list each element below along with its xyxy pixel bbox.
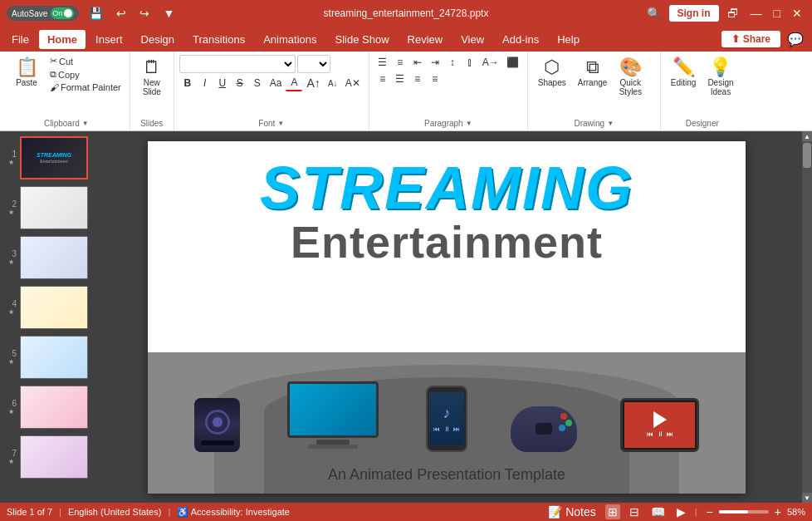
menu-addins[interactable]: Add-ins <box>494 30 547 49</box>
menu-view[interactable]: View <box>452 30 492 49</box>
status-sep3: | <box>695 507 697 517</box>
slide-item-1[interactable]: 1 ★ STREAMING Entertainment <box>3 135 88 181</box>
smartart-button[interactable]: ⬛ <box>503 55 522 70</box>
designer-group: ✏️ Editing 💡 Design Ideas Designer <box>661 52 744 130</box>
font-expand-icon[interactable]: ▼ <box>277 120 284 127</box>
status-sep1: | <box>59 507 61 517</box>
new-slide-button[interactable]: 🗒 New Slide <box>135 55 169 100</box>
menu-transitions[interactable]: Transitions <box>184 30 253 49</box>
slide-sorter-button[interactable]: ⊟ <box>627 504 642 519</box>
bullet-list-button[interactable]: ☰ <box>374 55 391 70</box>
menu-file[interactable]: File <box>3 30 37 49</box>
search-button[interactable]: 🔍 <box>643 5 664 22</box>
slide-star-2: ★ <box>8 209 17 216</box>
format-painter-button[interactable]: 🖌 Format Painter <box>46 81 125 93</box>
align-right-button[interactable]: ≡ <box>409 71 426 86</box>
phone-play-icon: ⏸ <box>443 425 450 433</box>
save-button[interactable]: 💾 <box>86 5 106 22</box>
notes-button[interactable]: 📝 Notes <box>545 504 598 519</box>
quick-styles-button[interactable]: 🎨 Quick Styles <box>614 55 647 100</box>
scrollbar-thumb[interactable] <box>803 143 811 168</box>
drawing-content: ⬡ Shapes ⧉ Arrange 🎨 Quick Styles <box>533 55 655 117</box>
paragraph-content: ☰ ≡ ⇤ ⇥ ↕ ⫿ A→ ⬛ ≡ ☰ ≡ ≡ <box>374 55 522 117</box>
change-case-button[interactable]: Aa <box>267 75 286 91</box>
text-shadow-button[interactable]: S <box>249 75 266 91</box>
reading-view-button[interactable]: 📖 <box>648 504 668 519</box>
menu-design[interactable]: Design <box>133 30 183 49</box>
maximize-button[interactable]: □ <box>770 5 784 22</box>
restore-button[interactable]: 🗗 <box>724 5 742 22</box>
underline-button[interactable]: U <box>214 75 231 91</box>
slides-group: 🗒 New Slide Slides <box>130 52 174 130</box>
slide-thumb-7 <box>20 435 88 479</box>
menu-review[interactable]: Review <box>399 30 452 49</box>
menu-insert[interactable]: Insert <box>87 30 131 49</box>
close-button[interactable]: ✕ <box>789 5 805 22</box>
font-color-button[interactable]: A <box>286 75 302 91</box>
menu-animations[interactable]: Animations <box>255 30 325 49</box>
zoom-slider[interactable] <box>719 510 769 514</box>
clipboard-expand-icon[interactable]: ▼ <box>82 120 89 127</box>
numbered-list-button[interactable]: ≡ <box>392 55 408 70</box>
slide-item-7[interactable]: 7 ★ <box>3 434 88 480</box>
paragraph-expand-icon[interactable]: ▼ <box>466 120 472 127</box>
drawing-expand-icon[interactable]: ▼ <box>607 120 614 127</box>
clear-format-button[interactable]: A✕ <box>342 75 364 91</box>
align-center-button[interactable]: ☰ <box>392 71 408 86</box>
autosave-badge[interactable]: AutoSave On <box>7 6 79 21</box>
line-spacing-button[interactable]: ↕ <box>444 55 461 70</box>
format-painter-label: Format Painter <box>61 82 121 92</box>
autosave-toggle[interactable]: On <box>51 7 74 19</box>
text-direction-button[interactable]: A→ <box>479 55 502 70</box>
decrease-font-button[interactable]: A↓ <box>325 75 341 91</box>
slide-item-6[interactable]: 6 ★ <box>3 384 88 430</box>
justify-button[interactable]: ≡ <box>427 71 443 86</box>
slide-item-3[interactable]: 3 ★ <box>3 234 88 281</box>
italic-button[interactable]: I <box>197 75 213 91</box>
strikethrough-button[interactable]: S <box>232 75 248 91</box>
signin-button[interactable]: Sign in <box>669 5 719 22</box>
tablet-screen: ⏮ ⏸ ⏭ <box>624 402 695 448</box>
copy-button[interactable]: ⧉ Copy <box>46 68 125 81</box>
scroll-down-arrow[interactable]: ▼ <box>802 493 812 503</box>
normal-view-button[interactable]: ⊞ <box>605 504 620 519</box>
slideshow-button[interactable]: ▶ <box>674 504 688 519</box>
increase-font-button[interactable]: A↑ <box>303 75 323 91</box>
zoom-out-button[interactable]: − <box>704 504 716 519</box>
columns-button[interactable]: ⫿ <box>462 55 478 70</box>
tablet-ctrl-1: ⏮ <box>647 430 653 438</box>
customize-button[interactable]: ▼ <box>159 5 178 22</box>
undo-button[interactable]: ↩ <box>113 5 130 22</box>
redo-button[interactable]: ↪ <box>136 5 153 22</box>
align-left-button[interactable]: ≡ <box>374 71 391 86</box>
menu-slideshow[interactable]: Slide Show <box>326 30 397 49</box>
comment-button[interactable]: 💬 <box>782 30 809 49</box>
shapes-button[interactable]: ⬡ Shapes <box>533 55 571 91</box>
slide-item-2[interactable]: 2 ★ <box>3 184 88 231</box>
shapes-icon: ⬡ <box>544 58 560 76</box>
menu-home[interactable]: Home <box>39 30 86 49</box>
bold-button[interactable]: B <box>179 75 196 91</box>
font-name-dropdown[interactable] <box>179 55 296 73</box>
paste-button[interactable]: 📋 Paste <box>8 55 45 91</box>
decrease-indent-button[interactable]: ⇤ <box>409 55 426 70</box>
slide-canvas[interactable]: STREAMING Entertainment <box>148 141 746 494</box>
font-size-dropdown[interactable] <box>297 55 330 73</box>
cut-button[interactable]: ✂ Cut <box>46 55 125 67</box>
phone-next-icon: ⏭ <box>453 425 460 433</box>
speaker-ring <box>205 410 230 435</box>
scroll-up-arrow[interactable]: ▲ <box>802 131 812 141</box>
arrange-button[interactable]: ⧉ Arrange <box>573 55 613 91</box>
zoom-in-button[interactable]: + <box>772 504 784 519</box>
right-scrollbar[interactable]: ▲ ▼ <box>802 131 812 503</box>
editing-button[interactable]: ✏️ Editing <box>666 55 702 91</box>
minimize-button[interactable]: — <box>747 5 766 22</box>
slide-item-5[interactable]: 5 ★ <box>3 334 88 381</box>
menu-help[interactable]: Help <box>549 30 588 49</box>
increase-indent-button[interactable]: ⇥ <box>427 55 443 70</box>
design-ideas-button[interactable]: 💡 Design Ideas <box>702 55 738 100</box>
slide-item-4[interactable]: 4 ★ <box>3 284 88 331</box>
tv-stand <box>316 440 350 445</box>
share-button[interactable]: ⬆ Share <box>722 31 780 47</box>
clipboard-label: Clipboard ▼ <box>8 119 125 129</box>
